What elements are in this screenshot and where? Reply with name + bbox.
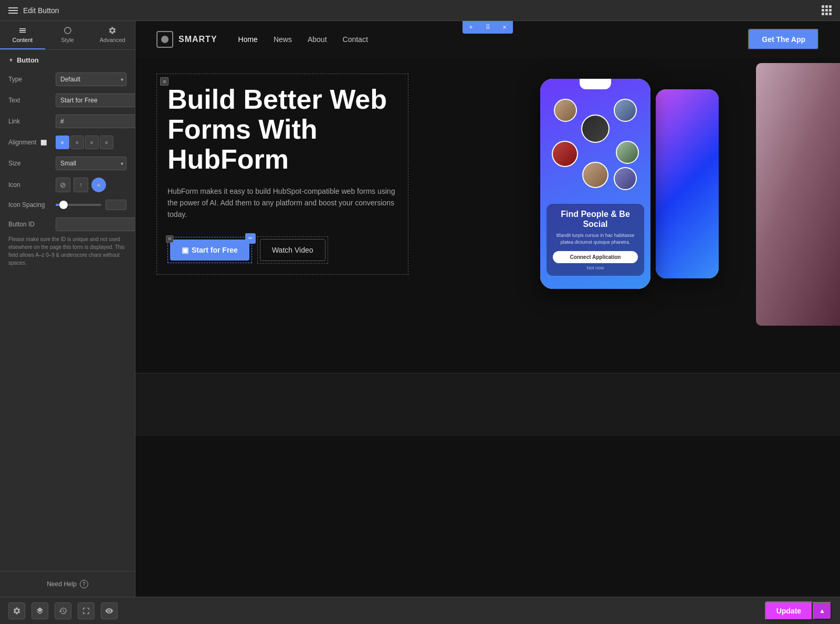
hamburger-icon[interactable]: [8, 7, 18, 14]
settings-icon-btn[interactable]: [8, 602, 25, 619]
watch-video-selection: Watch Video: [257, 236, 328, 264]
brand-name: SMARTY: [178, 35, 217, 44]
tab-style[interactable]: Style: [45, 21, 90, 49]
grid-icon[interactable]: [822, 5, 832, 15]
section-chevron[interactable]: ▼: [8, 57, 14, 63]
tab-content[interactable]: Content: [0, 21, 45, 49]
phone-text-section: Find People & Be Social Blandit turpis c…: [547, 204, 644, 276]
brand: SMARTY: [156, 31, 217, 48]
hero-section: ⊞ Build Better Web Forms With HubForm Hu…: [135, 58, 840, 373]
align-left-btn[interactable]: ≡: [56, 136, 69, 149]
hero-left: ⊞ Build Better Web Forms With HubForm Hu…: [156, 74, 408, 275]
panel-content: ▼ Button Type Default ▾ Text: [0, 50, 135, 571]
avatar-5: [616, 141, 639, 164]
nav-link-news[interactable]: News: [274, 35, 292, 44]
edit-btn-icon[interactable]: ✏: [245, 233, 256, 244]
button-id-control: ✕: [56, 217, 135, 231]
text-row: Text ✕: [8, 93, 127, 107]
alignment-label: Alignment ⬜: [8, 139, 56, 146]
id-help-text: Please make sure the ID is unique and no…: [8, 235, 127, 267]
slider-thumb[interactable]: [59, 201, 68, 209]
type-row: Type Default ▾: [8, 72, 127, 86]
slider-value-input[interactable]: [106, 200, 127, 210]
icon-upload-btn[interactable]: ↑: [74, 178, 88, 192]
link-input[interactable]: [56, 115, 135, 128]
tab-style-label: Style: [61, 37, 74, 43]
content-selection-box: ⊞ Build Better Web Forms With HubForm Hu…: [156, 74, 408, 275]
float-move-btn[interactable]: ⠿: [479, 21, 496, 34]
icon-spacing-slider[interactable]: [56, 200, 127, 210]
eye-icon: [105, 607, 113, 615]
icon-spacing-control: [56, 200, 127, 210]
phone-title: Find People & Be Social: [553, 209, 638, 229]
link-label: Link: [8, 118, 56, 125]
frame-icon: [82, 607, 90, 615]
link-row: Link ⚙ ✕: [8, 115, 127, 128]
start-for-free-btn[interactable]: ▣ Start for Free: [170, 240, 249, 261]
start-button-selection: ⊞ ▣ Start for Free ✏: [167, 237, 252, 263]
nav-link-home[interactable]: Home: [238, 35, 258, 44]
alignment-row: Alignment ⬜ ≡ ≡ ≡ ≡: [8, 136, 127, 149]
page-preview: SMARTY Home News About Contact Get The A…: [135, 21, 840, 597]
bottom-bar: Update ▲: [0, 597, 840, 624]
text-input[interactable]: [56, 93, 135, 107]
layers-icon: [36, 607, 44, 615]
align-center-btn[interactable]: ≡: [70, 136, 84, 149]
avatar-1: [554, 99, 577, 122]
question-circle-icon: ?: [80, 580, 88, 588]
nav-link-about[interactable]: About: [308, 35, 327, 44]
content-icon: [18, 26, 27, 35]
nav-link-contact[interactable]: Contact: [343, 35, 368, 44]
layers-icon-btn[interactable]: [32, 602, 48, 619]
btn-label: Start for Free: [192, 246, 238, 254]
float-plus-btn[interactable]: +: [463, 21, 479, 34]
update-btn[interactable]: Update: [765, 601, 813, 620]
avatar-2: [614, 99, 637, 122]
phone-back-inner: [656, 89, 719, 278]
toolbar-left: Edit Button: [8, 6, 59, 15]
phone-face: Find People & Be Social Blandit turpis c…: [540, 79, 650, 289]
avatar-6: [582, 162, 608, 188]
get-the-app-btn[interactable]: Get The App: [748, 29, 819, 50]
watch-video-btn[interactable]: Watch Video: [260, 239, 326, 261]
eye-icon-btn[interactable]: [101, 602, 118, 619]
icon-view-btn[interactable]: ⊘: [56, 178, 70, 192]
second-section: [135, 373, 840, 436]
tab-advanced[interactable]: Advanced: [90, 21, 135, 49]
button-id-label: Button ID: [8, 221, 56, 228]
brand-logo: [156, 31, 173, 48]
phone-screen: Find People & Be Social Blandit turpis c…: [540, 79, 650, 289]
phone-connect-btn[interactable]: Connect Application: [553, 251, 638, 263]
update-chevron-btn[interactable]: ▲: [813, 602, 832, 620]
brand-logo-inner: [161, 36, 169, 43]
icon-spacing-label: Icon Spacing: [8, 201, 56, 209]
alignment-control: ≡ ≡ ≡ ≡: [56, 136, 127, 149]
help-section[interactable]: Need Help ?: [0, 571, 135, 597]
float-close-btn[interactable]: ×: [496, 21, 513, 34]
link-control: ⚙ ✕: [56, 115, 135, 128]
btn-selection-handle[interactable]: ⊞: [166, 235, 173, 243]
icon-circle-btn[interactable]: ●: [91, 178, 106, 192]
tab-advanced-label: Advanced: [100, 37, 125, 43]
phone-mockup-container: Find People & Be Social Blandit turpis c…: [540, 79, 708, 310]
icon-row: Icon ⊘ ↑ ●: [8, 178, 127, 192]
align-right-btn[interactable]: ≡: [85, 136, 99, 149]
toolbar-title: Edit Button: [23, 6, 59, 15]
slider-track[interactable]: [56, 204, 101, 206]
size-select[interactable]: Small: [56, 157, 127, 170]
phone-not-now[interactable]: Not now: [553, 265, 638, 271]
block-handle[interactable]: ⊞: [160, 77, 169, 86]
woman-background: [756, 63, 840, 326]
type-select[interactable]: Default: [56, 72, 127, 86]
section-title: Button: [17, 56, 39, 64]
history-icon-btn[interactable]: [55, 602, 71, 619]
update-button-group: Update ▲: [765, 601, 832, 620]
frame-icon-btn[interactable]: [78, 602, 94, 619]
button-id-row: Button ID ✕: [8, 217, 127, 231]
text-control: ✕: [56, 93, 135, 107]
hero-description: HubForm makes it easy to build HubSpot-c…: [167, 185, 397, 221]
align-justify-btn[interactable]: ≡: [100, 136, 113, 149]
floating-controls: + ⠿ ×: [463, 21, 513, 34]
button-id-input[interactable]: [56, 217, 135, 231]
help-label: Need Help: [47, 580, 77, 588]
